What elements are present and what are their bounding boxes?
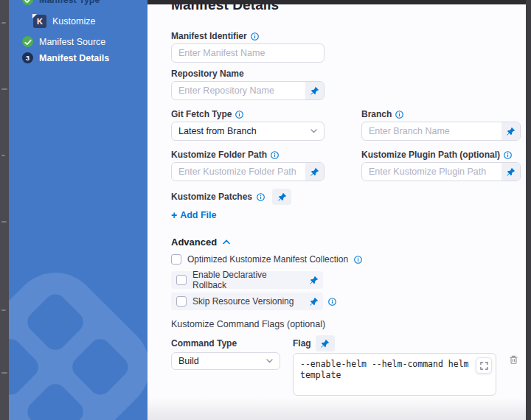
declarative-rollback-row: Enable Declarative Rollback bbox=[171, 271, 323, 289]
step-label: Manifest Source bbox=[39, 37, 105, 47]
plus-icon: + bbox=[171, 209, 177, 221]
kustomize-patches-label: Kustomize Patches bbox=[171, 192, 252, 202]
runtime-input-pin-button[interactable] bbox=[502, 163, 520, 181]
runtime-input-pin-button[interactable] bbox=[305, 163, 324, 181]
patches-pin-button[interactable] bbox=[272, 189, 291, 205]
kustomize-folder-path-field bbox=[171, 162, 324, 181]
step-label: Manifest Type bbox=[39, 0, 100, 5]
runtime-input-pin-button[interactable] bbox=[502, 122, 520, 140]
repository-name-input[interactable] bbox=[172, 82, 305, 99]
kustomize-plugin-path-field bbox=[361, 162, 521, 181]
info-icon[interactable] bbox=[354, 256, 362, 264]
kustomize-plugin-path-label: Kustomize Plugin Path (optional) bbox=[361, 150, 500, 160]
optimized-collection-label: Optimized Kustomize Manifest Collection bbox=[187, 254, 348, 265]
step-manifest-source[interactable]: Manifest Source bbox=[22, 36, 105, 47]
expand-icon[interactable] bbox=[476, 357, 492, 374]
flag-textarea[interactable]: --enable-helm --helm-command helm templa… bbox=[293, 353, 496, 396]
repository-name-field bbox=[171, 81, 324, 100]
chevron-up-icon bbox=[223, 239, 230, 245]
info-icon[interactable] bbox=[271, 151, 279, 159]
step-number-badge: 3 bbox=[22, 52, 33, 63]
branch-input[interactable] bbox=[362, 122, 502, 140]
kustomize-plugin-path-input[interactable] bbox=[362, 163, 502, 181]
wizard-sidebar: Manifest Type K Kustomize Manifest Sourc… bbox=[9, 0, 148, 420]
runtime-input-pin-button[interactable] bbox=[305, 82, 324, 99]
bottom-fade bbox=[148, 398, 527, 420]
check-icon bbox=[22, 0, 33, 5]
chevron-down-icon bbox=[310, 129, 317, 133]
command-type-label: Command Type bbox=[171, 338, 237, 349]
kustomize-folder-path-label: Kustomize Folder Path bbox=[171, 150, 267, 160]
step-kustomize[interactable]: K Kustomize bbox=[33, 15, 95, 28]
optimized-collection-checkbox[interactable] bbox=[171, 254, 181, 265]
branch-label: Branch bbox=[361, 109, 392, 119]
repository-name-label: Repository Name bbox=[171, 69, 244, 79]
command-type-select[interactable]: Build bbox=[171, 352, 280, 370]
info-icon[interactable] bbox=[257, 193, 265, 201]
git-fetch-type-label: Git Fetch Type bbox=[171, 109, 232, 119]
branch-field bbox=[361, 122, 521, 141]
runtime-input-pin-button[interactable] bbox=[309, 297, 319, 307]
manifest-identifier-input[interactable] bbox=[171, 43, 324, 63]
harness-logo-watermark bbox=[9, 256, 148, 420]
info-icon[interactable] bbox=[251, 32, 259, 41]
skip-versioning-label: Skip Resource Versioning bbox=[192, 296, 294, 307]
skip-versioning-checkbox[interactable] bbox=[176, 296, 187, 307]
command-flags-label: Kustomize Command Flags (optional) bbox=[171, 319, 325, 329]
check-icon bbox=[22, 36, 33, 47]
step-manifest-details[interactable]: 3 Manifest Details bbox=[22, 52, 109, 63]
info-icon[interactable] bbox=[395, 111, 403, 119]
step-label: Kustomize bbox=[52, 16, 95, 27]
info-icon[interactable] bbox=[328, 298, 336, 306]
declarative-rollback-checkbox[interactable] bbox=[176, 275, 187, 285]
manifest-details-panel: Manifest Details Manifest Identifier Rep… bbox=[148, 0, 527, 420]
git-fetch-type-select[interactable]: Latest from Branch bbox=[171, 122, 324, 141]
dimmed-page-strip bbox=[0, 0, 9, 420]
chevron-down-icon bbox=[266, 359, 273, 363]
info-icon[interactable] bbox=[504, 151, 512, 159]
flag-label: Flag bbox=[293, 338, 311, 349]
declarative-rollback-label: Enable Declarative Rollback bbox=[192, 270, 297, 290]
runtime-input-pin-button[interactable] bbox=[309, 276, 319, 285]
kustomize-icon: K bbox=[33, 15, 46, 28]
add-file-link[interactable]: + Add File bbox=[171, 209, 217, 221]
step-label: Manifest Details bbox=[39, 53, 109, 63]
info-icon[interactable] bbox=[235, 111, 243, 119]
dimmed-page-right bbox=[526, 0, 531, 420]
delete-icon[interactable] bbox=[509, 354, 518, 365]
kustomize-folder-path-input[interactable] bbox=[172, 163, 305, 181]
advanced-toggle[interactable]: Advanced bbox=[171, 237, 527, 248]
manifest-identifier-label: Manifest Identifier bbox=[171, 31, 247, 41]
advanced-label: Advanced bbox=[171, 237, 217, 248]
flag-pin-button[interactable] bbox=[316, 335, 335, 351]
step-manifest-type[interactable]: Manifest Type bbox=[22, 0, 100, 5]
skip-versioning-row: Skip Resource Versioning bbox=[171, 293, 323, 310]
dimmed-page-top bbox=[148, 0, 531, 4]
